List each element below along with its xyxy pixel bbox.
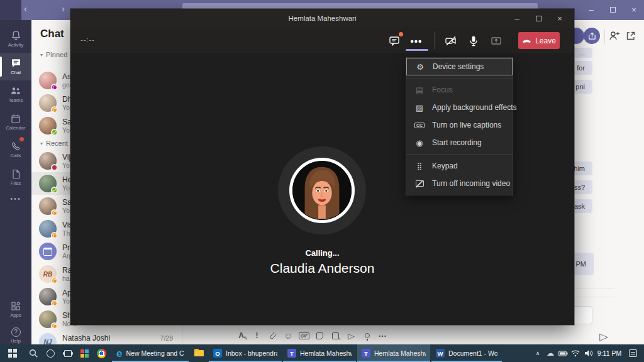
camera-toggle-button[interactable] (443, 33, 458, 48)
callee-name: Claudia Anderson (70, 261, 574, 276)
menu-item[interactable]: ◉ Start recording (406, 134, 513, 151)
callee-avatar (289, 158, 355, 223)
share-screen-button[interactable] (489, 33, 504, 48)
woman-avatar-illustration (292, 161, 352, 220)
cortana-button[interactable] (42, 344, 59, 362)
menu-item[interactable]: ▨ Apply background effects (406, 99, 513, 116)
active-underline (406, 49, 428, 51)
more-actions-button[interactable]: ••• (409, 33, 424, 48)
taskbar-search-button[interactable] (25, 344, 42, 362)
chat-bubble-icon (11, 58, 21, 69)
chat-list-item[interactable]: NJ Natasha Joshi Yeah. You can 7/28 (31, 331, 182, 344)
sidebar-item-activity[interactable]: Activity (0, 25, 31, 53)
calls-notification-dot (19, 137, 24, 141)
main-close-button[interactable]: × (624, 0, 644, 19)
menu-item[interactable]: ▤ Focus (406, 81, 513, 99)
call-maximize-button[interactable] (528, 9, 549, 28)
action-center-button[interactable] (625, 344, 641, 362)
more-icon: ••• (411, 36, 423, 47)
rail-more-button[interactable]: ••• (0, 191, 31, 206)
call-more-menu: ⚙ Device settings ▤ Focus ▨ Apply backgr… (406, 57, 513, 195)
folder-icon (194, 350, 204, 356)
sidebar-item-chat[interactable]: Chat (0, 53, 31, 80)
menu-item[interactable]: ⣿ Keypad (406, 157, 513, 175)
presence-badge (51, 277, 58, 284)
menu-item-icon (414, 178, 425, 189)
avatar (39, 152, 57, 170)
colorful-app-icon (80, 349, 89, 358)
mic-toggle-button[interactable] (466, 33, 481, 48)
taskbar-window-outlook[interactable]: O Inbox - bhupendra.si... (209, 344, 282, 362)
pop-out-icon[interactable] (626, 31, 636, 43)
menu-item-device-settings[interactable]: ⚙ Device settings (406, 58, 513, 75)
more-options-icon[interactable]: ⋯ (378, 331, 387, 341)
praise-icon[interactable] (362, 331, 372, 341)
share-screen-icon (588, 32, 596, 40)
add-people-icon[interactable] (608, 30, 621, 44)
emoji-icon[interactable]: ☺ (284, 331, 293, 341)
menu-item-icon: ⣿ (414, 160, 425, 172)
battery-icon[interactable] (557, 344, 569, 362)
call-close-button[interactable]: × (549, 9, 570, 28)
word-icon: W (436, 349, 445, 358)
menu-item[interactable]: Turn on live captions (406, 116, 513, 134)
chrome-button[interactable] (93, 344, 110, 362)
calendar-icon (11, 114, 21, 124)
screen-share-button[interactable] (584, 28, 600, 44)
teams-icon: T (287, 349, 296, 358)
wifi-icon[interactable] (569, 344, 582, 362)
sidebar-item-calendar[interactable]: Calendar (0, 108, 31, 136)
call-window-title: Hemlata Maheshwari (288, 14, 356, 22)
taskbar-window-edge[interactable]: e New Meeting and Cal... (112, 344, 189, 362)
file-icon (11, 169, 21, 179)
chat-bubble-icon (389, 35, 400, 47)
sidebar-item-teams[interactable]: Teams (0, 80, 31, 108)
avatar (39, 175, 57, 192)
share-screen-icon (491, 36, 502, 46)
priority-icon[interactable]: ! (252, 331, 262, 341)
call-minimize-button[interactable]: – (506, 9, 528, 28)
pinned-app-button[interactable] (76, 344, 93, 362)
show-conversation-button[interactable] (387, 33, 402, 48)
task-view-button[interactable] (59, 344, 76, 362)
taskbar-window-teams-2[interactable]: T Hemlata Maheshwari ... (357, 344, 430, 362)
file-explorer-button[interactable] (190, 344, 208, 362)
sidebar-item-calls[interactable]: Calls (0, 136, 31, 163)
taskbar-window-word[interactable]: W Document1 - Word (431, 344, 502, 362)
giphy-icon[interactable]: GIF (299, 331, 309, 341)
sidebar-item-apps[interactable]: Apps (0, 295, 31, 323)
people-icon (10, 85, 21, 96)
forward-icon[interactable]: › (62, 3, 65, 15)
attach-icon[interactable] (268, 331, 277, 341)
clock[interactable]: 9:11 PM (596, 344, 623, 362)
format-icon[interactable]: A (236, 331, 246, 341)
taskbar-window-teams-1[interactable]: T Hemlata Maheshwari ... (283, 344, 356, 362)
presence-badge (51, 84, 58, 90)
avatar (39, 197, 57, 215)
controls-divider (434, 31, 435, 49)
menu-divider (406, 154, 513, 155)
main-maximize-button[interactable] (602, 0, 623, 19)
avatar: RB (39, 265, 57, 283)
schedule-meeting-icon[interactable] (331, 331, 340, 341)
leave-button[interactable]: Leave (518, 32, 560, 49)
outlook-icon: O (213, 349, 222, 358)
call-timer: --:-- (80, 36, 95, 43)
onedrive-cloud-icon[interactable]: ☁ (544, 344, 557, 362)
sidebar-item-files[interactable]: Files (0, 163, 31, 191)
avatar (39, 117, 57, 134)
start-button[interactable] (0, 344, 25, 362)
send-icon[interactable]: ▷ (599, 331, 608, 343)
speaker-icon[interactable] (582, 344, 596, 362)
task-view-icon (64, 350, 72, 357)
avatar: NJ (39, 333, 57, 344)
sticker-icon[interactable] (315, 331, 325, 341)
stream-icon[interactable]: ▷ (346, 331, 357, 341)
windows-logo-icon (8, 349, 18, 358)
menu-item[interactable]: Turn off incoming video (406, 175, 513, 192)
main-minimize-button[interactable]: – (581, 0, 601, 19)
gear-icon: ⚙ (414, 61, 426, 72)
back-icon[interactable]: ‹ (24, 3, 27, 15)
tray-chevron-up-icon[interactable]: ∧ (531, 344, 544, 362)
titlebar-corner (0, 0, 21, 20)
